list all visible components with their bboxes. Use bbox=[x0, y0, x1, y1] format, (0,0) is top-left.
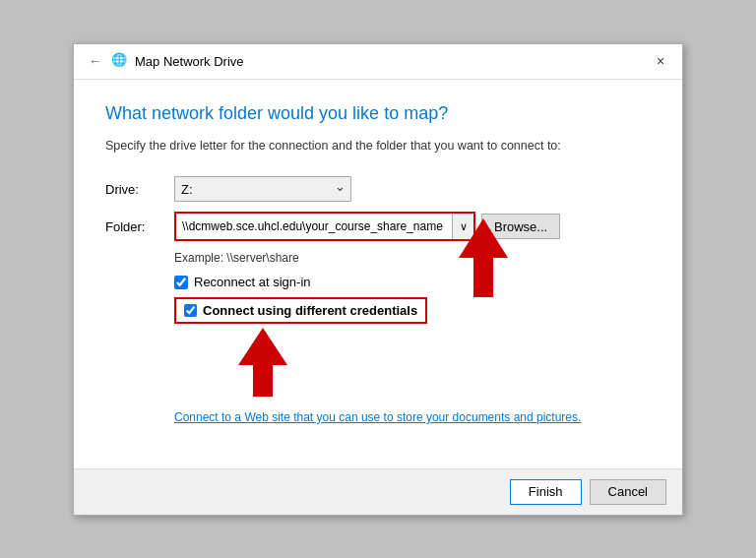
title-bar-left: ← 🌐 Map Network Drive bbox=[86, 51, 244, 71]
credentials-checkbox[interactable] bbox=[184, 304, 197, 317]
drive-row: Drive: Z: Y: X: bbox=[105, 176, 651, 202]
title-bar: ← 🌐 Map Network Drive × bbox=[74, 44, 682, 80]
web-site-link-area: Connect to a Web site that you can use t… bbox=[174, 409, 651, 424]
main-heading: What network folder would you like to ma… bbox=[105, 103, 651, 124]
drive-label: Drive: bbox=[105, 182, 174, 197]
back-button[interactable]: ← bbox=[86, 51, 105, 71]
description-text: Specify the drive letter for the connect… bbox=[105, 138, 651, 155]
arrow-up-credentials bbox=[233, 328, 292, 397]
drive-select[interactable]: Z: Y: X: bbox=[174, 176, 351, 202]
back-icon: ← bbox=[89, 53, 102, 69]
cancel-button[interactable]: Cancel bbox=[590, 479, 666, 505]
window-title: Map Network Drive bbox=[135, 54, 244, 69]
svg-marker-0 bbox=[459, 218, 508, 297]
hint-text: Example: \\server\share bbox=[174, 251, 651, 265]
close-icon: × bbox=[657, 53, 664, 69]
folder-label: Folder: bbox=[105, 219, 174, 234]
reconnect-checkbox[interactable] bbox=[174, 276, 188, 289]
folder-input[interactable] bbox=[176, 214, 452, 239]
close-button[interactable]: × bbox=[647, 47, 674, 75]
svg-marker-1 bbox=[238, 328, 287, 397]
map-network-drive-window: ← 🌐 Map Network Drive × What network fol… bbox=[73, 43, 683, 516]
globe-icon: 🌐 bbox=[111, 52, 129, 70]
arrow-up-credentials-container bbox=[233, 328, 651, 400]
credentials-row: Connect using different credentials bbox=[174, 297, 427, 324]
web-site-link[interactable]: Connect to a Web site that you can use t… bbox=[174, 410, 581, 424]
content-area: What network folder would you like to ma… bbox=[74, 80, 682, 468]
drive-select-wrapper: Z: Y: X: bbox=[174, 176, 351, 202]
folder-row: Folder: ∨ Browse... bbox=[105, 212, 651, 241]
arrow-up-folder bbox=[454, 218, 513, 297]
finish-button[interactable]: Finish bbox=[510, 479, 582, 505]
reconnect-row: Reconnect at sign-in bbox=[174, 275, 651, 289]
annotated-area: Connect using different credentials bbox=[105, 297, 651, 400]
footer: Finish Cancel bbox=[74, 468, 682, 515]
folder-input-wrapper: ∨ bbox=[174, 212, 475, 241]
reconnect-label: Reconnect at sign-in bbox=[194, 275, 311, 289]
credentials-label: Connect using different credentials bbox=[203, 303, 417, 318]
